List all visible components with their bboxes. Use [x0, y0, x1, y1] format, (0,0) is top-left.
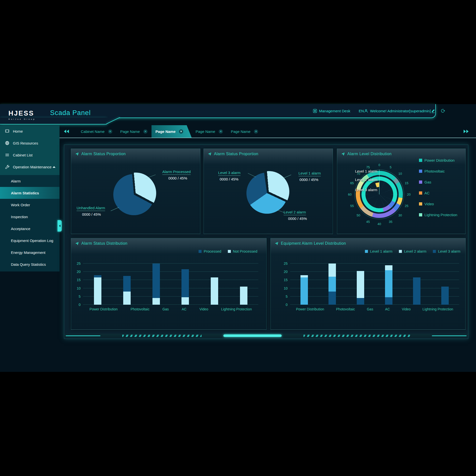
panel-title: Alarm Status Proportion — [208, 152, 258, 156]
panel-alarm-status-proportion-2: Alarm Status Proportion Level 3 alarm 00… — [204, 149, 333, 234]
language-toggle[interactable]: EN — [359, 109, 364, 113]
bar-gas[interactable] — [152, 264, 160, 305]
bar-lightning-protection[interactable] — [441, 287, 449, 305]
legend-swatch — [433, 250, 436, 253]
bar-segment-not-processed — [152, 298, 160, 305]
panel-equipment-alarm-level-distribution: Equipment Alarm Level Distribution Level… — [270, 238, 466, 330]
tab-4[interactable]: Page Name✕ — [227, 125, 262, 138]
page-title: Scada Panel — [50, 109, 91, 117]
decor-stripes-right — [303, 335, 410, 337]
legend-item-lightning-protection[interactable]: Lightning Protection — [419, 213, 457, 217]
bar-video[interactable] — [211, 277, 218, 305]
bar-power-distribution[interactable] — [94, 275, 101, 305]
paper-plane-icon — [75, 241, 79, 245]
sidebar-item-operation-maintenance[interactable]: Operation Maintenance — [0, 161, 60, 173]
tab-1[interactable]: Page Name✕ — [116, 125, 151, 138]
sidebar-item-gis-resources[interactable]: GIS Resources — [0, 137, 60, 149]
x-category-label: Gas — [367, 307, 373, 311]
tab-close-icon[interactable]: ✕ — [219, 129, 223, 134]
tab-close-icon[interactable]: ✕ — [108, 129, 112, 134]
polar-tick-label: 40 — [378, 222, 381, 226]
sidebar-subitem-alarm[interactable]: Alarm — [0, 175, 60, 187]
bar-segment-processed — [94, 275, 101, 278]
bar-plot[interactable]: 0510152025 — [83, 264, 258, 305]
polar-tick-label: 65 — [350, 181, 354, 185]
wrench-icon — [5, 165, 9, 169]
tab-close-icon[interactable]: ✕ — [143, 129, 148, 134]
legend-item-level-2-alarm[interactable]: Level 2 alarm — [399, 249, 426, 253]
x-axis-labels: Power DistributionPhotovoltaicGasACVideo… — [290, 307, 459, 311]
sidebar-item-home[interactable]: Home — [0, 125, 60, 137]
panel-alarm-level-distribution: Alarm Level Distribution 051015202530354… — [337, 149, 466, 234]
collapse-arrow-icon — [59, 225, 60, 227]
tab-2[interactable]: Page Name✕ — [151, 125, 192, 138]
management-desk-link[interactable]: Management Desk — [319, 109, 350, 113]
bar-lightning-protection[interactable] — [240, 287, 247, 305]
legend-item-video[interactable]: Video — [419, 202, 457, 206]
legend-item-level-1-alarm[interactable]: Level 1 alarm — [365, 249, 392, 253]
legend-item-processed[interactable]: Processed — [199, 249, 221, 253]
bar-segment-level-1-alarm — [328, 277, 336, 292]
polar-legend: Power DistributionPhotovoltaicGasACVideo… — [419, 158, 457, 217]
sidebar-collapse-handle[interactable] — [58, 220, 62, 232]
legend-item-gas[interactable]: Gas — [419, 180, 457, 184]
sidebar-subitem-alarm-statistics[interactable]: Alarm Statistics — [0, 187, 60, 199]
tab-close-icon[interactable]: ✕ — [179, 129, 183, 134]
sidebar-subitem-work-order[interactable]: Work Order — [0, 199, 60, 211]
paper-plane-icon — [275, 241, 279, 245]
logout-icon[interactable] — [441, 109, 445, 113]
bar-segment-level-3-alarm — [357, 298, 364, 305]
y-tick-label: 25 — [284, 262, 288, 266]
bar-segment-level-2-alarm — [328, 264, 336, 277]
polar-zero-axis — [379, 170, 380, 194]
polar-tick-label: 25 — [405, 204, 408, 208]
globe-icon — [5, 141, 9, 145]
bar-video[interactable] — [413, 277, 420, 305]
legend-item-ac[interactable]: AC — [419, 191, 457, 195]
paper-plane-icon — [75, 152, 79, 156]
bar-ac[interactable] — [181, 269, 189, 305]
sidebar: HomeGIS ResourcesCabinet ListOperation M… — [0, 125, 60, 271]
legend-item-power-distribution[interactable]: Power Distribution — [419, 158, 457, 162]
panel-alarm-status-proportion-1: Alarm Status Proportion Alarm Processed … — [71, 149, 200, 234]
tab-0[interactable]: Cabinet Name✕ — [77, 125, 116, 138]
polar-tick-label: 60 — [348, 193, 352, 196]
legend-item-photovoltaic[interactable]: Photovoltaic — [419, 169, 457, 173]
tab-bar: Cabinet Name✕Page Name✕Page Name✕Page Na… — [60, 125, 476, 138]
tab-close-icon[interactable]: ✕ — [254, 129, 258, 134]
polar-chart[interactable]: 051015202530354045505560657075 — [353, 168, 406, 221]
ring-label-level3: Level 3 alarm — [355, 188, 377, 192]
bar-power-distribution[interactable] — [300, 275, 308, 305]
bar-segment-level-2-alarm — [300, 275, 308, 278]
welcome-text: Welcome! Administrator[superadmin] — [370, 109, 431, 113]
legend-swatch — [399, 250, 402, 253]
x-category-label: Photovoltaic — [131, 307, 149, 311]
bar-photovoltaic[interactable] — [123, 276, 131, 305]
header-actions: Management Desk EN Welcome! Administrato… — [313, 104, 447, 118]
sidebar-subitem-data-query-statistics[interactable]: Data Query Statistics — [0, 258, 60, 270]
management-desk-icon — [313, 109, 317, 113]
pie-chart-alarm-status[interactable] — [113, 174, 154, 215]
sidebar-subitem-inspection[interactable]: Inspection — [0, 211, 60, 223]
legend-item-level-3-alarm[interactable]: Level 3 alarm — [433, 249, 460, 253]
bar-segment-not-processed — [123, 292, 131, 305]
edit-icon[interactable] — [431, 109, 435, 113]
bar-segment-not-processed — [94, 277, 101, 305]
bar-gas[interactable] — [357, 271, 364, 305]
bar-photovoltaic[interactable] — [328, 264, 336, 305]
bar-ac[interactable] — [385, 265, 392, 305]
polar-tick-label: 50 — [357, 213, 360, 217]
tabs-scroll-right-icon[interactable] — [463, 130, 469, 133]
x-category-label: Lightning Protection — [221, 307, 252, 311]
sidebar-subitem-acceptance[interactable]: Acceptance — [0, 223, 60, 235]
pie-slice-unhandled-alarm[interactable] — [113, 174, 154, 215]
monitor-icon — [5, 129, 9, 133]
tabs-scroll-left-icon[interactable] — [64, 130, 69, 133]
tab-3[interactable]: Page Name✕ — [192, 125, 227, 138]
sidebar-item-cabinet-list[interactable]: Cabinet List — [0, 149, 60, 161]
sidebar-subitem-equipment-operation-log[interactable]: Equipment Operation Log — [0, 235, 60, 246]
sidebar-subitem-energy-management[interactable]: Energy Management — [0, 246, 60, 258]
legend-item-not-processed[interactable]: Not Processed — [228, 249, 257, 253]
legend-swatch — [419, 159, 422, 162]
bar-plot[interactable]: 0510152025 — [290, 264, 459, 305]
